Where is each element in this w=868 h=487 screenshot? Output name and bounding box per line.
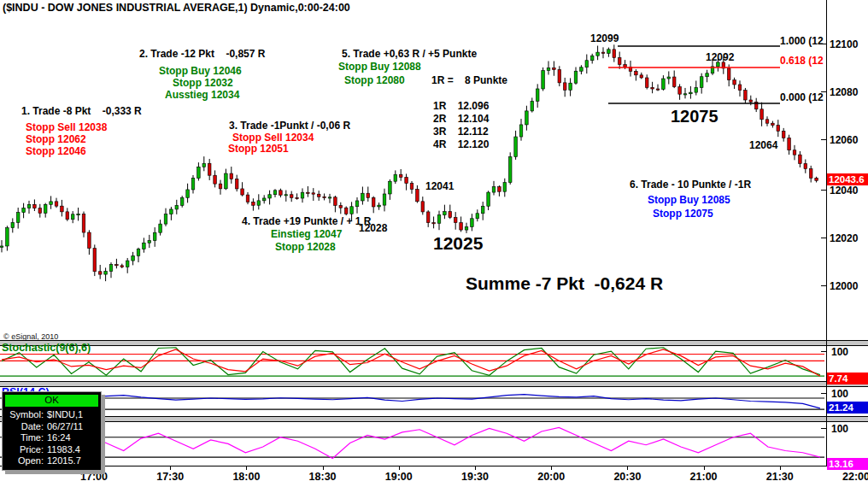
chart-annotation: Stopp 12080 bbox=[344, 75, 405, 86]
tooltip-value: 06/27/11 bbox=[47, 421, 83, 433]
chart-canvas bbox=[0, 345, 824, 382]
axis-tick bbox=[551, 466, 552, 470]
ok-button[interactable]: OK bbox=[4, 394, 99, 408]
axis-tick bbox=[821, 44, 826, 44]
chart-annotation: Stopp 12075 bbox=[653, 208, 713, 220]
time-axis-label: 19:30 bbox=[455, 471, 496, 483]
tooltip-label: Price: bbox=[3, 444, 44, 456]
chart-annotation: Einstieg 12047 bbox=[271, 229, 342, 240]
tooltip-value: 12015.7 bbox=[47, 455, 81, 467]
tooltip-label: Time: bbox=[3, 432, 44, 444]
axis-tick bbox=[323, 466, 324, 470]
chart-annotation: 2R 12.104 bbox=[433, 114, 489, 125]
time-axis-label: 21:00 bbox=[683, 471, 724, 483]
tooltip-value: $INDU,1 bbox=[47, 409, 83, 421]
annotation-layer: 1.000 (120.618 (120.000 (122. Trade -12 … bbox=[0, 0, 826, 337]
time-axis-label: 22:00 bbox=[836, 471, 868, 483]
chart-annotation: Ausstieg 12034 bbox=[165, 90, 239, 101]
chart-annotation: 1R 12.096 bbox=[433, 101, 489, 112]
price-axis-label: 12020 bbox=[830, 232, 858, 244]
axis-tick bbox=[821, 393, 826, 394]
axis-tick bbox=[821, 238, 826, 238]
time-axis[interactable]: 17:0017:3018:0018:3019:0019:3020:0020:30… bbox=[0, 466, 868, 487]
axis-tick bbox=[821, 351, 826, 352]
time-axis-label: 18:30 bbox=[302, 471, 343, 483]
indicator-scale-label: 100 bbox=[831, 346, 848, 358]
stochastic-pane bbox=[0, 345, 824, 382]
last-price-box: 12043.6 bbox=[827, 173, 868, 185]
fib-level-label: 1.000 (12 bbox=[780, 35, 826, 47]
tooltip-row: Date: 06/27/11 bbox=[3, 421, 101, 433]
chart-annotation: Stopp 12051 bbox=[228, 144, 289, 155]
chart-annotation: Stopp Sell 12038 bbox=[26, 122, 107, 133]
time-axis-label: 18:00 bbox=[226, 471, 267, 483]
price-axis-label: 12000 bbox=[830, 280, 858, 292]
axis-tick bbox=[780, 466, 781, 470]
tooltip-value: 11983.4 bbox=[47, 444, 80, 456]
fib-level-label: 0.618 (12 bbox=[780, 55, 826, 67]
chart-annotation: Stopp 12046 bbox=[26, 146, 86, 157]
axis-tick bbox=[399, 466, 400, 470]
chart-annotation: 12064 bbox=[749, 140, 777, 151]
time-axis-label: 19:00 bbox=[378, 471, 419, 483]
chart-annotation: 12025 bbox=[433, 234, 483, 253]
axis-tick bbox=[821, 285, 826, 286]
chart-annotation: 3. Trade -1Punkt / -0,06 R bbox=[229, 120, 350, 132]
price-axis-label: 12080 bbox=[830, 86, 858, 98]
tooltip-label: Symbol: bbox=[3, 409, 44, 421]
chart-annotation: Stopp 12062 bbox=[26, 134, 86, 145]
stochastic-label: Stochastic(9(6),6) bbox=[2, 342, 91, 354]
indicator-scale-label: 100 bbox=[831, 423, 848, 435]
tooltip-label: Date: bbox=[3, 421, 44, 433]
fib-level-label: 0.000 (12 bbox=[780, 91, 826, 103]
time-axis-label: 20:30 bbox=[607, 471, 648, 483]
chart-annotation: 2. Trade -12 Pkt -0,857 R bbox=[139, 49, 265, 60]
chart-annotation: Stopp Buy 12088 bbox=[338, 62, 421, 73]
price-axis-label: 12060 bbox=[830, 134, 858, 146]
chart-canvas bbox=[0, 422, 824, 466]
price-axis-label: 12040 bbox=[830, 185, 858, 197]
axis-tick bbox=[821, 139, 826, 140]
price-axis-label: 12100 bbox=[830, 38, 858, 50]
time-axis-label: 21:30 bbox=[760, 471, 801, 483]
chart-annotation: 3R 12.112 bbox=[433, 126, 489, 138]
indicator-value-box: 21.24 bbox=[827, 402, 868, 414]
indicator-pane bbox=[0, 422, 824, 466]
chart-annotation: 12028 bbox=[359, 223, 387, 234]
indicator-scale-label: 100 bbox=[831, 388, 848, 400]
chart-annotation: Stopp Buy 12085 bbox=[648, 195, 730, 206]
indicator-value-box: 7.74 bbox=[827, 373, 868, 384]
chart-annotation: 1R = 8 Punkte bbox=[431, 75, 507, 86]
tooltip-row: Time: 16:24 bbox=[3, 432, 101, 444]
axis-tick bbox=[704, 466, 705, 470]
chart-annotation: 4. Trade +19 Punkte / + 1 R bbox=[242, 216, 371, 227]
chart-annotation: Stopp Buy 12046 bbox=[159, 66, 242, 77]
indicator-value-box: 13.16 bbox=[827, 458, 868, 470]
chart-window: ($INDU - DOW JONES INDUSTRIAL AVERAGE,1)… bbox=[0, 0, 868, 487]
chart-annotation: 12099 bbox=[590, 33, 619, 44]
chart-annotation: 12075 bbox=[671, 108, 718, 126]
chart-annotation: 12092 bbox=[706, 52, 734, 63]
data-window[interactable]: OK Symbol: $INDU,1 Date: 06/27/11 Time: … bbox=[2, 391, 102, 471]
chart-annotation: 4R 12.120 bbox=[433, 139, 489, 150]
time-axis-label: 17:00 bbox=[73, 471, 114, 483]
chart-annotation: 1. Trade -8 Pkt -0,333 R bbox=[21, 106, 142, 117]
rsi-pane bbox=[0, 387, 824, 417]
chart-annotation: Stopp 12032 bbox=[173, 78, 233, 89]
axis-tick bbox=[475, 466, 476, 470]
tooltip-row: Price: 11983.4 bbox=[3, 444, 101, 456]
axis-tick bbox=[821, 428, 826, 429]
pane-divider[interactable] bbox=[0, 416, 868, 422]
chart-annotation: 6. Trade - 10 Punkte / -1R bbox=[630, 179, 751, 191]
tooltip-row: Open: 12015.7 bbox=[3, 455, 101, 467]
axis-tick bbox=[821, 190, 826, 191]
chart-annotation: Summe -7 Pkt -0,624 R bbox=[466, 274, 663, 293]
chart-annotation: 12041 bbox=[425, 181, 454, 192]
axis-tick bbox=[246, 466, 247, 470]
time-axis-label: 20:00 bbox=[531, 471, 572, 483]
tooltip-value: 16:24 bbox=[47, 432, 71, 444]
chart-canvas bbox=[0, 387, 824, 417]
chart-annotation: 5. Trade +0,63 R / +5 Punkte bbox=[342, 49, 477, 60]
pane-divider[interactable] bbox=[0, 381, 868, 387]
time-axis-label: 17:30 bbox=[150, 471, 191, 483]
